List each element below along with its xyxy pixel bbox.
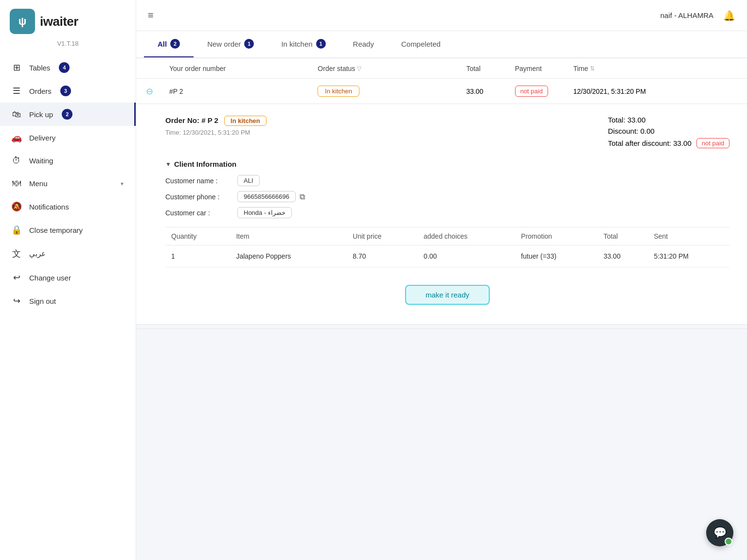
- sidebar-item-menu[interactable]: 🍽Menu▾: [0, 172, 136, 195]
- customer-phone-label: Customer phone :: [165, 193, 233, 201]
- sidebar-nav: ⊞Tables4☰Orders3🛍Pick up2🚗Delivery⏱Waiti…: [0, 53, 136, 315]
- sidebar-item-label-waiting: Waiting: [29, 157, 53, 165]
- sidebar-item-label-delivery: Delivery: [29, 134, 55, 142]
- make-ready-button[interactable]: make it ready: [405, 285, 490, 305]
- sidebar-item-label-menu: Menu: [29, 179, 48, 188]
- arabic-icon: 文: [11, 248, 22, 260]
- tab-badge-new-order: 1: [244, 39, 254, 49]
- sidebar-item-label-notifications: Notifications: [29, 203, 69, 211]
- sidebar-item-change-user[interactable]: ↩Change user: [0, 266, 136, 289]
- chat-icon: 💬: [713, 526, 727, 539]
- order-no-label: Order No: # P 2: [165, 116, 218, 124]
- not-paid-badge: not paid: [515, 86, 548, 97]
- close-temporary-icon: 🔒: [11, 225, 22, 235]
- delivery-icon: 🚗: [11, 132, 22, 143]
- discount-row: Discount: 0.00: [608, 127, 729, 135]
- col-expand: [146, 65, 169, 72]
- tab-new-order[interactable]: New order1: [194, 31, 267, 57]
- cell-total: 33.00: [598, 245, 648, 267]
- customer-car-value: Honda - خضراء: [237, 207, 292, 218]
- cell-item: Jalapeno Poppers: [230, 245, 347, 267]
- col-order-number: Your order number: [169, 65, 318, 72]
- order-number: #P 2: [169, 88, 318, 95]
- order-title: Order No: # P 2 In kitchen: [165, 116, 267, 126]
- total-row: Total: 33.00: [608, 116, 729, 124]
- sidebar-badge-pickup: 2: [62, 109, 72, 120]
- tab-badge-all: 2: [170, 39, 180, 49]
- copy-phone-button[interactable]: ⧉: [300, 192, 305, 201]
- menu-toggle-button[interactable]: ≡: [148, 10, 154, 21]
- order-total: 33.00: [466, 88, 515, 95]
- chat-bubble-button[interactable]: 💬: [706, 519, 733, 546]
- total-after-label: Total after discount: 33.00: [608, 139, 692, 147]
- cell-quantity: 1: [165, 245, 230, 267]
- customer-phone-field: Customer phone : 9665856666696 ⧉: [165, 191, 729, 202]
- sidebar-badge-orders: 3: [60, 86, 71, 96]
- order-status-cell: In kitchen: [318, 86, 466, 97]
- tab-label-ready: Ready: [353, 40, 374, 48]
- sidebar-item-arabic[interactable]: 文عربي: [0, 242, 136, 266]
- col-actions: [722, 65, 737, 72]
- customer-car-field: Customer car : Honda - خضراء: [165, 207, 729, 218]
- customer-name-label: Customer name :: [165, 177, 233, 185]
- pickup-icon: 🛍: [11, 109, 22, 120]
- sidebar-item-sign-out[interactable]: ↪Sign out: [0, 289, 136, 313]
- total-after-row: Total after discount: 33.00 not paid: [608, 138, 729, 148]
- col-sent: Sent: [648, 228, 729, 245]
- tab-label-all: All: [158, 40, 167, 48]
- customer-phone-value: 9665856666696: [237, 191, 296, 202]
- filter-icon[interactable]: ▽: [357, 65, 361, 72]
- order-row: ⊖ #P 2 In kitchen 33.00 not paid 12/30/2…: [136, 79, 747, 104]
- collapse-icon[interactable]: ⊖: [146, 86, 169, 97]
- customer-car-label: Customer car :: [165, 209, 233, 217]
- tab-all[interactable]: All2: [144, 31, 194, 57]
- sidebar-item-orders[interactable]: ☰Orders3: [0, 79, 136, 103]
- sidebar-item-close-temporary[interactable]: 🔒Close temporary: [0, 218, 136, 242]
- order-time: 12/30/2021, 5:31:20 PM: [573, 88, 722, 95]
- menu-arrow-icon: ▾: [121, 180, 124, 187]
- sidebar: ψ iwaiter V1.T.18 ⊞Tables4☰Orders3🛍Pick …: [0, 0, 136, 560]
- tab-badge-in-kitchen: 1: [316, 39, 326, 49]
- col-order-status: Order status ▽: [318, 65, 466, 72]
- orders-icon: ☰: [11, 86, 22, 96]
- sign-out-icon: ↪: [11, 296, 22, 306]
- sidebar-item-label-tables: Tables: [29, 64, 50, 72]
- tab-ready[interactable]: Ready: [339, 31, 388, 57]
- bell-icon[interactable]: 🔔: [723, 10, 735, 21]
- order-detail-top: Order No: # P 2 In kitchen Time: 12/30/2…: [165, 116, 729, 151]
- sidebar-item-label-change-user: Change user: [29, 274, 71, 282]
- logo-text: iwaiter: [40, 14, 78, 29]
- col-total: Total: [466, 65, 515, 72]
- sidebar-item-label-close-temporary: Close temporary: [29, 226, 83, 234]
- order-payment: not paid: [515, 86, 573, 97]
- tab-in-kitchen[interactable]: In kitchen1: [267, 31, 339, 57]
- sidebar-item-notifications[interactable]: 🔕Notifications: [0, 195, 136, 218]
- in-kitchen-badge: In kitchen: [224, 116, 267, 126]
- app-version: V1.T.18: [0, 38, 136, 53]
- items-table-header-row: Quantity Item Unit price added choices P…: [165, 228, 729, 245]
- payment-status-badge: not paid: [696, 138, 729, 148]
- col-payment: Payment: [515, 65, 573, 72]
- sidebar-item-label-arabic: عربي: [29, 249, 46, 258]
- col-time: Time ⇅: [573, 65, 722, 72]
- change-user-icon: ↩: [11, 272, 22, 283]
- hamburger-icon: ≡: [148, 10, 154, 20]
- customer-name-field: Customer name : ALI: [165, 175, 729, 186]
- client-info-toggle[interactable]: ▼ Client Information: [165, 160, 729, 168]
- cell-unit_price: 8.70: [347, 245, 418, 267]
- col-quantity: Quantity: [165, 228, 230, 245]
- sidebar-item-tables[interactable]: ⊞Tables4: [0, 56, 136, 79]
- main-area: ≡ naif - ALHAMRA 🔔 All2New order1In kitc…: [136, 0, 747, 560]
- menu-icon: 🍽: [11, 178, 22, 189]
- sidebar-badge-tables: 4: [59, 62, 70, 73]
- tab-label-in-kitchen: In kitchen: [281, 40, 312, 48]
- sidebar-item-delivery[interactable]: 🚗Delivery: [0, 126, 136, 149]
- topbar-user: naif - ALHAMRA: [660, 11, 713, 19]
- sidebar-item-pickup[interactable]: 🛍Pick up2: [0, 103, 136, 126]
- sidebar-item-waiting[interactable]: ⏱Waiting: [0, 149, 136, 172]
- sort-icon[interactable]: ⇅: [590, 65, 595, 72]
- client-info-label: Client Information: [174, 160, 236, 168]
- tab-label-completed: Compeleted: [401, 40, 441, 48]
- client-info-arrow: ▼: [165, 161, 171, 168]
- tab-completed[interactable]: Compeleted: [388, 31, 454, 57]
